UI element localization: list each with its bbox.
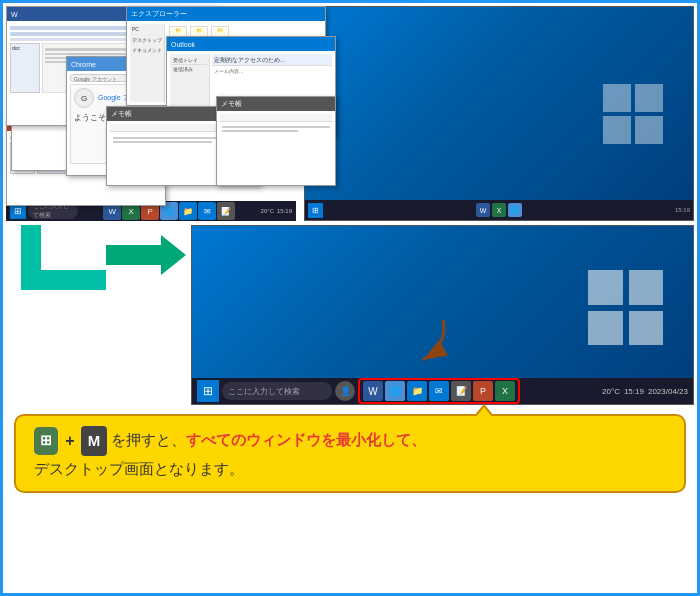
taskbar-browser-icon[interactable]: 🌐	[385, 381, 405, 401]
taskbar-outlook-icon[interactable]: ✉	[429, 381, 449, 401]
explorer-titlebar: エクスプローラー	[127, 7, 325, 21]
win-logo-large	[588, 270, 663, 345]
tbar-b[interactable]: 🌐	[508, 203, 522, 217]
taskbar-person-icons: 👤	[335, 381, 355, 401]
tbar-w[interactable]: W	[476, 203, 490, 217]
time: 15:19	[624, 387, 644, 396]
taskbar-highlight-group: W 🌐 📁 ✉ 📝 P X	[358, 378, 520, 404]
l-arrow-horizontal	[21, 270, 106, 290]
taskbar-ppt-icon[interactable]: P	[473, 381, 493, 401]
right-arrow-container	[106, 235, 186, 279]
temp: 20°C	[602, 387, 620, 396]
tbar-x[interactable]: X	[492, 203, 506, 217]
date: 2023/04/23	[648, 387, 688, 396]
l-arrow	[6, 225, 106, 325]
logo-tl	[588, 270, 623, 305]
plus-symbol: +	[65, 432, 74, 449]
notepad2-titlebar: メモ帳	[217, 97, 335, 111]
taskbar-sys-large: 20°C 15:19 2023/04/23	[602, 387, 688, 396]
taskbar-right-icons: W X 🌐	[325, 203, 673, 217]
desktop-large-taskbar: ⊞ ここに入力して検索 👤 W 🌐 📁 ✉ 📝 P X 20°C	[192, 378, 693, 404]
logo-tr	[629, 270, 664, 305]
win-logo-cell-bl	[603, 116, 631, 144]
notepad2-content	[217, 111, 335, 185]
brown-arrow-svg	[393, 315, 453, 365]
notepad2-window: メモ帳	[216, 96, 336, 186]
search-box-large[interactable]: ここに入力して検索	[222, 382, 332, 400]
taskbar-time-small: 15:19	[675, 207, 690, 213]
instruction-text1: を押すと、	[111, 431, 186, 448]
bubble-tail-fill	[476, 407, 492, 417]
top-row: W doc	[6, 6, 694, 221]
desktop-large: ⊞ ここに入力して検索 👤 W 🌐 📁 ✉ 📝 P X 20°C	[191, 225, 694, 405]
win-logo-cell-tl	[603, 84, 631, 112]
instruction-text2: デスクトップ画面となります。	[34, 460, 244, 477]
taskbar-icon-5[interactable]: 📁	[179, 202, 197, 220]
win-key-badge: ⊞	[34, 427, 58, 455]
user-avatar: 👤	[335, 381, 355, 401]
start-btn-right-small[interactable]: ⊞	[308, 203, 323, 218]
taskbar-icon-6[interactable]: ✉	[198, 202, 216, 220]
m-key-badge: M	[81, 426, 108, 456]
svg-marker-0	[106, 235, 186, 275]
middle-row: ⊞ ここに入力して検索 👤 W 🌐 📁 ✉ 📝 P X 20°C	[6, 225, 694, 405]
taskbar-sys-small: 20°C 15:19	[261, 208, 292, 214]
taskbar-word-icon[interactable]: W	[363, 381, 383, 401]
desktop-taskbar-small: ⊞ W X 🌐 15:19	[305, 200, 693, 220]
brown-arrow-container	[393, 315, 453, 369]
taskbar-icon-7[interactable]: 📝	[217, 202, 235, 220]
outlook-titlebar: Outlook	[167, 37, 335, 51]
win-logo-small	[603, 84, 663, 144]
taskbar-excel-icon[interactable]: X	[495, 381, 515, 401]
instruction-highlight: すべてのウィンドウを最小化して、	[186, 431, 426, 448]
instruction-box: ⊞ + M を押すと、すべてのウィンドウを最小化して、 デスクトップ画面となりま…	[14, 414, 686, 493]
logo-bl	[588, 311, 623, 346]
start-btn-large[interactable]: ⊞	[197, 380, 219, 402]
win-logo-cell-tr	[635, 84, 663, 112]
taskbar-notepad-icon[interactable]: 📝	[451, 381, 471, 401]
right-arrow-svg	[106, 235, 186, 275]
taskbar-explorer-icon[interactable]: 📁	[407, 381, 427, 401]
logo-br	[629, 311, 664, 346]
desktop-small: ⊞ W X 🌐 15:19	[304, 6, 694, 221]
word-title: W	[11, 11, 18, 18]
windows-stack: W doc	[6, 6, 296, 221]
win-logo-cell-br	[635, 116, 663, 144]
